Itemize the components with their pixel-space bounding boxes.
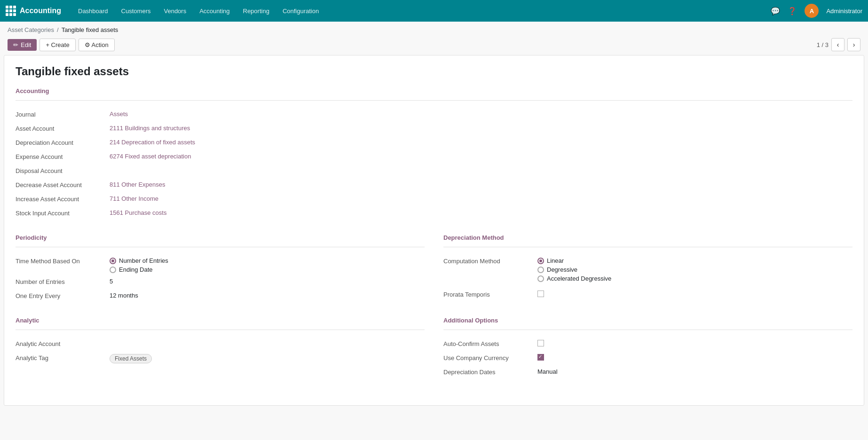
expense-account-label: Expense Account (16, 153, 110, 160)
number-of-entries-row: Number of Entries 5 (16, 275, 425, 290)
use-company-currency-row: Use Company Currency (443, 352, 852, 366)
prorata-temporis-label: Prorata Temporis (443, 291, 537, 298)
decrease-asset-account-value: 811 Other Expenses (110, 181, 852, 188)
radio-degressive[interactable]: Degressive (537, 266, 611, 273)
nav-configuration[interactable]: Configuration (277, 5, 324, 17)
analytic-section: Analytic Analytic Account Analytic Tag F… (16, 315, 425, 380)
time-method-radio-group: Number of Entries Ending Date (110, 257, 168, 273)
disposal-account-label: Disposal Account (16, 167, 110, 174)
edit-button[interactable]: ✏ Edit (8, 39, 37, 51)
accounting-section: Accounting Journal Assets Asset Account … (16, 87, 852, 221)
number-of-entries-label: Number of Entries (16, 278, 110, 285)
auto-confirm-row: Auto-Confirm Assets (443, 338, 852, 352)
depreciation-dates-label: Depreciation Dates (443, 368, 537, 376)
increase-asset-account-label: Increase Asset Account (16, 195, 110, 203)
radio-linear-circle (537, 258, 544, 264)
decrease-asset-account-label: Decrease Asset Account (16, 181, 110, 189)
radio-degressive-circle (537, 267, 544, 273)
auto-confirm-checkbox[interactable] (537, 340, 544, 346)
depreciation-dates-value: Manual (537, 368, 852, 375)
depreciation-account-label: Depreciation Account (16, 139, 110, 146)
analytic-header: Analytic (16, 317, 425, 324)
depreciation-account-row: Depreciation Account 214 Deprecation of … (16, 136, 852, 150)
disposal-account-row: Disposal Account (16, 165, 852, 179)
breadcrumb-current: Tangible fixed assets (62, 26, 118, 33)
asset-account-value: 2111 Buildings and structures (110, 125, 852, 132)
app-brand[interactable]: Accounting (6, 6, 61, 16)
analytic-account-row: Analytic Account (16, 338, 425, 352)
prorata-temporis-row: Prorata Temporis (443, 288, 852, 302)
depreciation-dates-row: Depreciation Dates Manual (443, 366, 852, 380)
periodicity-section: Periodicity Time Method Based On Number … (16, 232, 425, 304)
one-entry-every-value: 12 months (110, 292, 425, 299)
stock-input-account-row: Stock Input Account 1561 Purchase costs (16, 207, 852, 221)
journal-value: Assets (110, 110, 852, 118)
breadcrumb: Asset Categories / Tangible fixed assets (0, 22, 868, 36)
stock-input-account-value: 1561 Purchase costs (110, 209, 852, 216)
radio-number-of-entries-circle (110, 258, 116, 264)
accounting-fields: Journal Assets Asset Account 2111 Buildi… (16, 108, 852, 221)
auto-confirm-label: Auto-Confirm Assets (443, 340, 537, 347)
analytic-additional-wrapper: Analytic Analytic Account Analytic Tag F… (16, 315, 852, 391)
increase-asset-account-row: Increase Asset Account 711 Other Income (16, 193, 852, 207)
one-entry-every-row: One Entry Every 12 months (16, 290, 425, 304)
radio-ending-date-circle (110, 267, 116, 273)
prorata-temporis-checkbox[interactable] (537, 291, 544, 297)
increase-asset-account-value: 711 Other Income (110, 195, 852, 202)
decrease-asset-account-row: Decrease Asset Account 811 Other Expense… (16, 179, 852, 193)
avatar[interactable]: A (805, 4, 819, 18)
nav-accounting[interactable]: Accounting (194, 5, 235, 17)
app-grid-icon (6, 6, 16, 16)
radio-number-of-entries[interactable]: Number of Entries (110, 257, 168, 264)
depreciation-method-section: Depreciation Method Computation Method L… (443, 232, 852, 304)
edit-icon: ✏ (13, 41, 18, 48)
chat-icon[interactable]: 💬 (771, 7, 780, 16)
computation-method-radio-group: Linear Degressive Accelerated Degressive (537, 257, 611, 282)
nav-dashboard[interactable]: Dashboard (72, 5, 114, 17)
time-method-row: Time Method Based On Number of Entries E… (16, 255, 425, 275)
analytic-account-label: Analytic Account (16, 340, 110, 347)
pager-next-button[interactable]: › (847, 38, 860, 51)
expense-account-value: 6274 Fixed asset depreciation (110, 153, 852, 160)
radio-accelerated-degressive[interactable]: Accelerated Degressive (537, 275, 611, 282)
radio-linear[interactable]: Linear (537, 257, 611, 264)
nav-menu: Dashboard Customers Vendors Accounting R… (72, 5, 771, 17)
stock-input-account-label: Stock Input Account (16, 209, 110, 217)
depreciation-account-value: 214 Deprecation of fixed assets (110, 139, 852, 146)
toolbar: ✏ Edit + Create ⚙ Action 1 / 3 ‹ › (0, 36, 868, 55)
nav-reporting[interactable]: Reporting (237, 5, 275, 17)
info-icon[interactable]: ❓ (788, 7, 797, 16)
pager-text: 1 / 3 (817, 41, 829, 48)
analytic-tag-label: Analytic Tag (16, 354, 110, 361)
periodicity-header: Periodicity (16, 234, 425, 241)
analytic-tag-row: Analytic Tag Fixed Assets (16, 352, 425, 366)
username: Administrator (826, 8, 862, 15)
computation-method-row: Computation Method Linear Degressive Acc… (443, 255, 852, 284)
additional-options-header: Additional Options (443, 317, 852, 324)
pager-prev-button[interactable]: ‹ (831, 38, 844, 51)
additional-options-section: Additional Options Auto-Confirm Assets U… (443, 315, 852, 380)
breadcrumb-parent[interactable]: Asset Categories (8, 26, 54, 33)
number-of-entries-value: 5 (110, 278, 425, 285)
use-company-currency-label: Use Company Currency (443, 354, 537, 361)
record-title: Tangible fixed assets (16, 65, 852, 78)
action-button[interactable]: ⚙ Action (79, 39, 115, 51)
radio-ending-date[interactable]: Ending Date (110, 266, 168, 273)
pager: 1 / 3 ‹ › (817, 38, 860, 51)
depreciation-method-header: Depreciation Method (443, 234, 852, 241)
expense-account-row: Expense Account 6274 Fixed asset depreci… (16, 150, 852, 165)
journal-row: Journal Assets (16, 108, 852, 122)
accounting-section-header: Accounting (16, 87, 852, 94)
use-company-currency-checkbox[interactable] (537, 354, 544, 361)
breadcrumb-separator: / (57, 26, 59, 33)
nav-customers[interactable]: Customers (116, 5, 157, 17)
main-content: Tangible fixed assets Accounting Journal… (4, 55, 864, 406)
computation-method-label: Computation Method (443, 257, 537, 265)
asset-account-label: Asset Account (16, 125, 110, 132)
time-method-label: Time Method Based On (16, 257, 110, 265)
periodicity-depreciation-wrapper: Periodicity Time Method Based On Number … (16, 232, 852, 315)
create-button[interactable]: + Create (39, 39, 75, 51)
asset-account-row: Asset Account 2111 Buildings and structu… (16, 122, 852, 136)
nav-vendors[interactable]: Vendors (158, 5, 192, 17)
analytic-tag-value: Fixed Assets (110, 354, 152, 363)
